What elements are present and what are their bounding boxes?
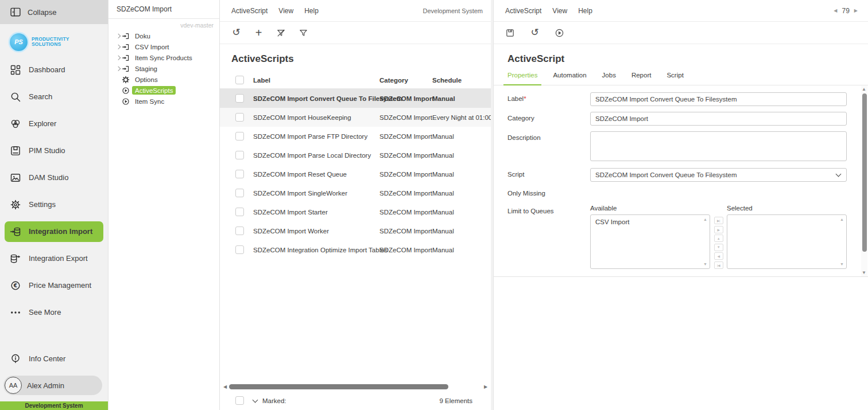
scroll-up-icon[interactable]: ▲ [840,217,844,221]
menu-activescript[interactable]: ActiveScript [231,7,268,15]
scroll-down-icon[interactable]: ▼ [862,271,866,275]
table-row[interactable]: SDZeCOM Import StarterSDZeCOM ImportManu… [220,202,491,221]
table-row[interactable]: SDZeCOM Import WorkerSDZeCOM ImportManua… [220,221,491,240]
menu-view[interactable]: View [552,7,567,15]
sidebar-item-price-management[interactable]: €Price Management [0,272,108,299]
column-header-label[interactable]: Label [253,77,379,84]
table-row[interactable]: SDZeCOM Import HouseKeepingSDZeCOM Impor… [220,108,491,127]
tree-item-doku[interactable]: Doku [114,30,219,41]
tree-item-options[interactable]: Options [114,74,219,85]
select-all-checkbox[interactable] [235,76,244,84]
table-row[interactable]: SDZeCOM Import Parse Local DirectorySDZe… [220,146,491,165]
sidebar-item-see-more[interactable]: See More [0,299,108,326]
filter-remove-button[interactable] [276,28,286,38]
description-input[interactable] [590,131,847,161]
sidebar-item-pim-studio[interactable]: PIM Studio [0,137,108,164]
sidebar-item-info-center[interactable]: Info Center [0,345,108,372]
sidebar-item-integration-import[interactable]: Integration Import [5,221,103,242]
vertical-scrollbar-thumb[interactable] [862,93,867,252]
sidebar-item-settings[interactable]: Settings [0,191,108,218]
horizontal-scrollbar: ◀ ▶ [220,382,491,391]
dam-studio-icon [10,172,21,183]
table-row[interactable]: SDZeCOM Integration Optimize Import Tabl… [220,240,491,259]
available-item[interactable]: CSV Import [595,218,700,226]
horizontal-scrollbar-thumb[interactable] [229,384,448,389]
menu-activescript[interactable]: ActiveScript [505,7,541,15]
filter-button[interactable] [299,28,308,38]
chevron-down-icon[interactable] [253,397,258,403]
sidebar-item-integration-export[interactable]: Integration Export [0,245,108,272]
user-menu[interactable]: AA Alex Admin [3,376,102,395]
tree-item-staging[interactable]: Staging [114,63,219,74]
column-header-category[interactable]: Category [379,77,432,84]
move-up-button[interactable]: ▲ [714,235,723,242]
category-input[interactable] [590,112,847,126]
table-row[interactable]: SDZeCOM Import Reset QueueSDZeCOM Import… [220,165,491,183]
save-button[interactable] [505,28,515,38]
sidebar-item-explorer[interactable]: Explorer [0,110,108,137]
menu-help[interactable]: Help [578,7,592,15]
row-checkbox[interactable] [235,94,244,103]
chevron-right-icon[interactable] [116,67,121,71]
row-checkbox[interactable] [235,113,244,122]
selected-listbox[interactable]: ▲ ▼ [727,214,847,269]
tab-script[interactable]: Script [666,72,683,85]
row-checkbox[interactable] [235,208,244,216]
sidebar-item-dam-studio[interactable]: DAM Studio [0,164,108,191]
row-checkbox[interactable] [235,151,244,159]
scroll-down-icon[interactable]: ▼ [840,262,844,266]
move-all-right-button[interactable]: ▶| [714,217,723,224]
move-left-button[interactable]: ◀ [714,252,723,260]
row-checkbox[interactable] [235,227,244,235]
detail-panel: ActiveScriptViewHelp ◀ 79 ▶ ↺ ActiveScri… [494,0,868,410]
refresh-button[interactable]: ↺ [231,29,241,37]
run-button[interactable] [555,28,564,38]
tab-jobs[interactable]: Jobs [602,72,616,85]
tab-properties[interactable]: Properties [507,72,537,85]
move-down-button[interactable]: ▼ [714,244,723,251]
row-checkbox[interactable] [235,132,244,140]
search-icon [10,91,21,103]
play-icon [122,87,130,95]
next-page-icon[interactable]: ▶ [854,8,858,13]
list-footer: Marked: 9 Elements [220,391,491,410]
add-button[interactable]: + [254,28,264,37]
tree-item-item-sync[interactable]: Item Sync [114,96,219,107]
available-listbox[interactable]: ▲ ▼ CSV Import [590,214,710,269]
menu-help[interactable]: Help [304,7,319,15]
tree-item-csv-import[interactable]: CSV Import [114,41,219,52]
table-row[interactable]: SDZeCOM Import Convert Queue To Filesyst… [220,89,491,108]
chevron-right-icon[interactable] [116,45,121,49]
table-row[interactable]: SDZeCOM Import SingleWorkerSDZeCOM Impor… [220,183,491,202]
tab-automation[interactable]: Automation [553,72,586,85]
row-checkbox[interactable] [235,170,244,178]
marked-checkbox[interactable] [235,396,244,405]
menu-view[interactable]: View [278,7,293,15]
sidebar-item-search[interactable]: Search [0,83,108,110]
chevron-right-icon[interactable] [116,56,121,60]
script-select[interactable] [590,168,847,182]
scroll-left-arrow-icon[interactable]: ◀ [222,384,228,389]
cell-schedule: Manual [432,171,491,178]
chevron-right-icon[interactable] [116,34,121,38]
column-header-schedule[interactable]: Schedule [432,77,491,84]
detail-toolbar: ↺ [494,22,868,44]
move-all-left-button[interactable]: |◀ [714,261,723,269]
scroll-up-icon[interactable]: ▲ [862,87,866,92]
move-right-button[interactable]: ▶ [714,226,723,233]
scroll-up-icon[interactable]: ▲ [703,217,707,221]
label-input[interactable] [590,92,847,106]
sidebar-item-dashboard[interactable]: Dashboard [0,56,108,83]
table-row[interactable]: SDZeCOM Import Parse FTP DirectorySDZeCO… [220,127,491,146]
row-checkbox[interactable] [235,189,244,197]
scroll-right-arrow-icon[interactable]: ▶ [483,384,489,389]
collapse-button[interactable]: Collapse [0,0,108,24]
properties-form: Label* Category Description Script Only … [494,85,868,277]
scroll-down-icon[interactable]: ▼ [703,262,707,266]
tree-item-item-sync-products[interactable]: Item Sync Products [114,52,219,63]
tab-report[interactable]: Report [631,72,652,85]
tree-item-activescripts[interactable]: ActiveScripts [114,85,219,96]
refresh-button[interactable]: ↺ [530,29,540,37]
row-checkbox[interactable] [235,245,244,254]
previous-page-icon[interactable]: ◀ [834,8,837,13]
